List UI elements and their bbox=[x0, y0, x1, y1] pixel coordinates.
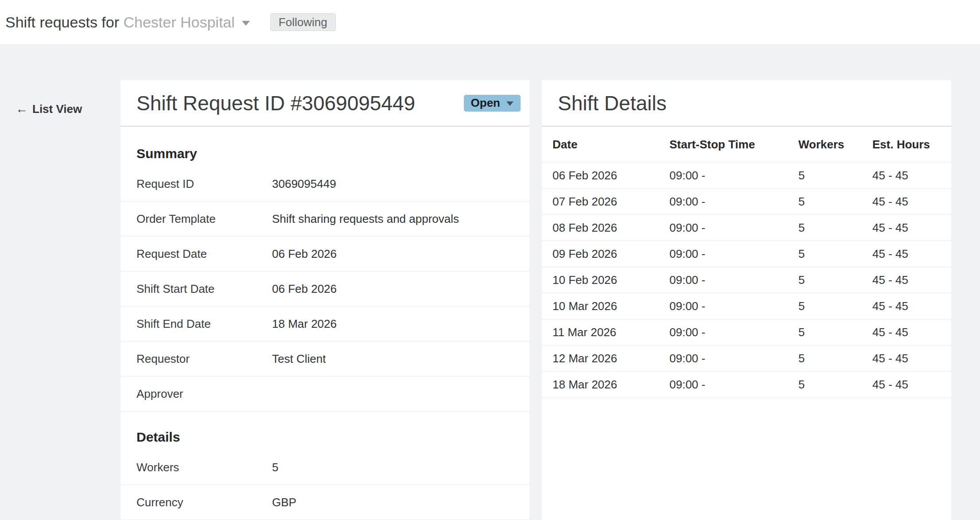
page-title-prefix: Shift requests for bbox=[5, 14, 123, 31]
cell-workers: 5 bbox=[798, 345, 872, 372]
summary-row: Shift End Date 18 Mar 2026 bbox=[121, 307, 529, 341]
cell-workers: 5 bbox=[798, 189, 872, 215]
following-button[interactable]: Following bbox=[270, 13, 336, 31]
table-row: 12 Mar 2026 09:00 - 5 45 - 45 bbox=[542, 345, 951, 372]
table-row: 11 Mar 2026 09:00 - 5 45 - 45 bbox=[542, 319, 951, 345]
summary-row: Approver bbox=[121, 376, 529, 411]
summary-row: Order Template Shift sharing requests an… bbox=[121, 202, 529, 237]
row-label: Approver bbox=[136, 387, 272, 401]
shift-details-title: Shift Details bbox=[558, 91, 666, 115]
request-card-title: Shift Request ID #3069095449 bbox=[136, 91, 415, 115]
cell-start-stop: 09:00 - bbox=[669, 163, 798, 189]
cell-date: 08 Feb 2026 bbox=[542, 215, 669, 241]
cell-est-hours: 45 - 45 bbox=[872, 319, 951, 345]
cell-date: 10 Feb 2026 bbox=[542, 267, 669, 293]
row-label: Shift Start Date bbox=[136, 282, 272, 296]
table-row: 07 Feb 2026 09:00 - 5 45 - 45 bbox=[542, 189, 951, 215]
row-label: Currency bbox=[136, 496, 272, 509]
cell-workers: 5 bbox=[798, 215, 872, 241]
table-row: 09 Feb 2026 09:00 - 5 45 - 45 bbox=[542, 241, 951, 267]
row-value: 06 Feb 2026 bbox=[272, 282, 513, 296]
page-title: Shift requests for Chester Hospital bbox=[5, 14, 250, 31]
cell-est-hours: 45 - 45 bbox=[872, 267, 951, 293]
status-label: Open bbox=[471, 96, 500, 110]
shift-details-header: Shift Details bbox=[542, 80, 951, 127]
row-value: Test Client bbox=[272, 352, 513, 366]
cell-workers: 5 bbox=[798, 267, 872, 293]
cell-start-stop: 09:00 - bbox=[669, 319, 798, 345]
summary-heading: Summary bbox=[136, 146, 513, 161]
row-label: Requestor bbox=[136, 352, 272, 366]
row-label: Shift End Date bbox=[136, 317, 272, 331]
cell-workers: 5 bbox=[798, 241, 872, 267]
cell-est-hours: 45 - 45 bbox=[872, 293, 951, 319]
shift-request-card: Shift Request ID #3069095449 Open Summar… bbox=[121, 80, 529, 520]
cell-date: 06 Feb 2026 bbox=[542, 163, 669, 189]
details-row: Workers 5 bbox=[121, 450, 529, 485]
table-header-row: Date Start-Stop Time Workers Est. Hours bbox=[542, 127, 951, 163]
org-name: Chester Hospital bbox=[123, 14, 234, 31]
shift-details-table: Date Start-Stop Time Workers Est. Hours … bbox=[542, 127, 951, 398]
table-row: 10 Feb 2026 09:00 - 5 45 - 45 bbox=[542, 267, 951, 293]
cell-est-hours: 45 - 45 bbox=[872, 189, 951, 215]
row-value: GBP bbox=[272, 496, 513, 509]
top-header: Shift requests for Chester Hospital Foll… bbox=[0, 0, 980, 45]
cell-est-hours: 45 - 45 bbox=[872, 163, 951, 189]
chevron-down-icon bbox=[506, 101, 513, 106]
row-value: 3069095449 bbox=[272, 177, 513, 191]
back-to-list-link[interactable]: ← List View bbox=[16, 102, 82, 116]
cell-date: 12 Mar 2026 bbox=[542, 345, 669, 372]
cell-date: 11 Mar 2026 bbox=[542, 319, 669, 345]
summary-rows: Request ID 3069095449 Order Template Shi… bbox=[121, 167, 529, 411]
row-label: Workers bbox=[136, 461, 272, 474]
cell-est-hours: 45 - 45 bbox=[872, 345, 951, 372]
row-label: Order Template bbox=[136, 212, 272, 226]
table-row: 18 Mar 2026 09:00 - 5 45 - 45 bbox=[542, 372, 951, 398]
cell-date: 18 Mar 2026 bbox=[542, 372, 669, 398]
cell-workers: 5 bbox=[798, 319, 872, 345]
summary-row: Request ID 3069095449 bbox=[121, 167, 529, 202]
content-area: ← List View Shift Request ID #3069095449… bbox=[0, 45, 980, 520]
back-link-label: List View bbox=[32, 102, 82, 116]
row-value: Shift sharing requests and approvals bbox=[272, 212, 513, 226]
chevron-down-icon bbox=[242, 21, 250, 26]
cell-start-stop: 09:00 - bbox=[669, 241, 798, 267]
table-row: 06 Feb 2026 09:00 - 5 45 - 45 bbox=[542, 163, 951, 189]
cell-date: 10 Mar 2026 bbox=[542, 293, 669, 319]
summary-row: Requestor Test Client bbox=[121, 341, 529, 376]
cell-est-hours: 45 - 45 bbox=[872, 241, 951, 267]
cell-start-stop: 09:00 - bbox=[669, 267, 798, 293]
column-header-start-stop: Start-Stop Time bbox=[669, 127, 798, 163]
table-row: 10 Mar 2026 09:00 - 5 45 - 45 bbox=[542, 293, 951, 319]
cell-est-hours: 45 - 45 bbox=[872, 215, 951, 241]
shift-details-card: Shift Details Date Start-Stop Time Worke… bbox=[542, 80, 951, 520]
cell-date: 09 Feb 2026 bbox=[542, 241, 669, 267]
cell-workers: 5 bbox=[798, 372, 872, 398]
column-header-est-hours: Est. Hours bbox=[872, 127, 951, 163]
back-arrow-icon: ← bbox=[16, 102, 28, 116]
cell-start-stop: 09:00 - bbox=[669, 293, 798, 319]
status-dropdown-button[interactable]: Open bbox=[464, 95, 521, 112]
request-card-header: Shift Request ID #3069095449 Open bbox=[121, 80, 529, 127]
row-value: 06 Feb 2026 bbox=[272, 247, 513, 261]
cell-start-stop: 09:00 - bbox=[669, 372, 798, 398]
row-label: Request ID bbox=[136, 177, 272, 191]
details-rows: Workers 5 Currency GBP bbox=[121, 450, 529, 520]
details-heading: Details bbox=[136, 430, 513, 445]
details-row: Currency GBP bbox=[121, 485, 529, 520]
cell-start-stop: 09:00 - bbox=[669, 215, 798, 241]
org-selector[interactable]: Chester Hospital bbox=[123, 14, 249, 31]
cell-start-stop: 09:00 - bbox=[669, 189, 798, 215]
summary-row: Shift Start Date 06 Feb 2026 bbox=[121, 272, 529, 307]
row-value: 5 bbox=[272, 461, 513, 474]
cell-workers: 5 bbox=[798, 293, 872, 319]
summary-row: Request Date 06 Feb 2026 bbox=[121, 237, 529, 272]
cell-start-stop: 09:00 - bbox=[669, 345, 798, 372]
row-label: Request Date bbox=[136, 247, 272, 261]
cell-date: 07 Feb 2026 bbox=[542, 189, 669, 215]
column-header-workers: Workers bbox=[798, 127, 872, 163]
row-value: 18 Mar 2026 bbox=[272, 317, 513, 331]
cell-workers: 5 bbox=[798, 163, 872, 189]
cell-est-hours: 45 - 45 bbox=[872, 372, 951, 398]
table-row: 08 Feb 2026 09:00 - 5 45 - 45 bbox=[542, 215, 951, 241]
